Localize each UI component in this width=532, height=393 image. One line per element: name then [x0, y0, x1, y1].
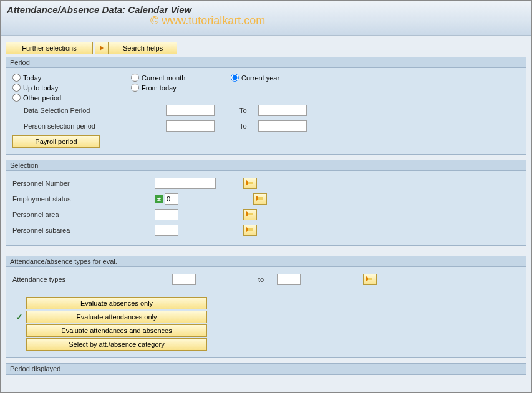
radio-up-to-today[interactable]: Up to today [12, 84, 131, 92]
arrow-right-icon [100, 46, 104, 51]
personnel-area-row: Personnel area [12, 208, 520, 221]
eval-buttons: Evaluate absences only ✓ Evaluate attend… [12, 296, 520, 351]
title-bar: Attendance/Absence Data: Calendar View [1, 1, 531, 19]
content-area: Further selections Search helps Period T… [1, 36, 531, 381]
radio-input[interactable] [12, 74, 21, 82]
radio-row: Up to today From today [12, 84, 520, 92]
radio-from-today[interactable]: From today [131, 84, 231, 92]
checkmark-icon: ✓ [16, 312, 23, 322]
evaluate-both-button[interactable]: Evaluate attendances and absences [26, 324, 207, 337]
period-displayed-group: Period displayed [6, 363, 526, 375]
person-selection-to-input[interactable] [258, 120, 307, 132]
radio-label: Up to today [23, 84, 58, 92]
group-body: Personnel Number Employment status ≠ Per… [6, 171, 526, 245]
personnel-number-input[interactable] [155, 178, 216, 189]
radio-other-period[interactable]: Other period [12, 94, 131, 102]
eval-types-group: Attendance/absence types for eval. Atten… [6, 256, 526, 358]
group-body: Today Current month Current year [6, 68, 526, 154]
sub-toolbar-area: © www.tutorialkart.com [1, 19, 531, 36]
radio-row: Other period [12, 94, 520, 102]
multiple-selection-button[interactable] [363, 274, 377, 285]
personnel-subarea-row: Personnel subarea [12, 223, 520, 237]
multiple-selection-icon [246, 180, 254, 187]
period-group: Period Today Current month [6, 57, 526, 155]
multiple-selection-button[interactable] [253, 193, 267, 205]
select-by-category-button[interactable]: Select by att./absence category [26, 338, 207, 351]
attendance-types-from-input[interactable] [172, 274, 196, 285]
radio-input[interactable] [231, 74, 239, 82]
personnel-area-input[interactable] [155, 209, 178, 220]
personnel-subarea-input[interactable] [155, 225, 178, 236]
employment-status-input[interactable] [165, 193, 178, 205]
field-label: Personnel Number [12, 180, 155, 187]
group-title: Period [6, 57, 526, 68]
watermark-text: © www.tutorialkart.com [150, 14, 265, 27]
multiple-selection-icon [246, 211, 254, 218]
button-label: Payroll period [35, 138, 77, 145]
multiple-selection-button[interactable] [243, 225, 257, 236]
eval-row: ✓ Evaluate attendances only [12, 310, 520, 324]
data-selection-to-input[interactable] [258, 105, 307, 116]
radio-label: Current year [241, 74, 279, 82]
search-helps-button[interactable]: Search helps [109, 42, 177, 54]
button-label: Further selections [22, 44, 76, 52]
not-equal-icon: ≠ [155, 195, 163, 203]
field-label: Personnel subarea [12, 226, 155, 234]
button-label: Evaluate attendances only [76, 313, 157, 321]
multiple-selection-icon [256, 196, 264, 202]
radio-label: From today [142, 84, 177, 92]
radio-input[interactable] [131, 74, 139, 82]
button-label: Search helps [123, 44, 163, 52]
field-label: Employment status [12, 195, 155, 203]
radio-label: Current month [142, 74, 185, 82]
check-cell: ✓ [12, 312, 26, 322]
radio-label: Today [23, 74, 41, 82]
radio-today[interactable]: Today [12, 74, 131, 82]
data-selection-from-input[interactable] [166, 105, 215, 116]
to-label: To [239, 107, 258, 114]
to-label: to [258, 276, 277, 283]
eval-row: Select by att./absence category [12, 337, 520, 351]
multiple-selection-button[interactable] [243, 178, 257, 189]
to-label: To [239, 122, 258, 130]
button-label: Evaluate absences only [80, 299, 153, 307]
field-label: Data Selection Period [12, 107, 166, 114]
person-selection-from-input[interactable] [166, 120, 215, 132]
eval-row: Evaluate attendances and absences [12, 324, 520, 337]
evaluate-attendances-only-button[interactable]: Evaluate attendances only [26, 311, 207, 323]
attendance-types-to-input[interactable] [277, 274, 301, 285]
eval-row: Evaluate absences only [12, 296, 520, 310]
data-selection-period-row: Data Selection Period To [12, 104, 520, 117]
group-title: Period displayed [6, 364, 526, 374]
field-label: Attendance types [12, 276, 172, 283]
action-toolbar: Further selections Search helps [6, 42, 526, 54]
multiple-selection-icon [366, 276, 374, 283]
page-title: Attendance/Absence Data: Calendar View [7, 4, 525, 15]
personnel-number-row: Personnel Number [12, 177, 520, 190]
radio-current-year[interactable]: Current year [231, 74, 331, 82]
button-label: Evaluate attendances and absences [61, 327, 172, 334]
payroll-period-button[interactable]: Payroll period [12, 135, 100, 148]
selection-group: Selection Personnel Number Employment st… [6, 160, 526, 246]
group-title: Attendance/absence types for eval. [6, 256, 526, 267]
radio-input[interactable] [131, 84, 139, 92]
attendance-types-row: Attendance types to [12, 273, 520, 286]
field-label: Person selection period [12, 122, 166, 130]
radio-input[interactable] [12, 94, 21, 102]
radio-current-month[interactable]: Current month [131, 74, 231, 82]
payroll-period-row: Payroll period [12, 135, 520, 148]
evaluate-absences-only-button[interactable]: Evaluate absences only [26, 297, 207, 309]
group-body: Attendance types to Evaluate absences on… [6, 267, 526, 357]
field-label: Personnel area [12, 211, 155, 218]
multiple-selection-button[interactable] [243, 209, 257, 220]
further-selections-button[interactable]: Further selections [6, 42, 93, 54]
employment-status-row: Employment status ≠ [12, 192, 520, 206]
button-label: Select by att./absence category [69, 341, 164, 348]
radio-label: Other period [23, 94, 61, 102]
group-title: Selection [6, 160, 526, 171]
radio-input[interactable] [12, 84, 21, 92]
person-selection-period-row: Person selection period To [12, 119, 520, 133]
radio-row: Today Current month Current year [12, 74, 520, 82]
multiple-selection-icon [246, 227, 254, 233]
search-helps-arrow-button[interactable] [95, 42, 109, 54]
